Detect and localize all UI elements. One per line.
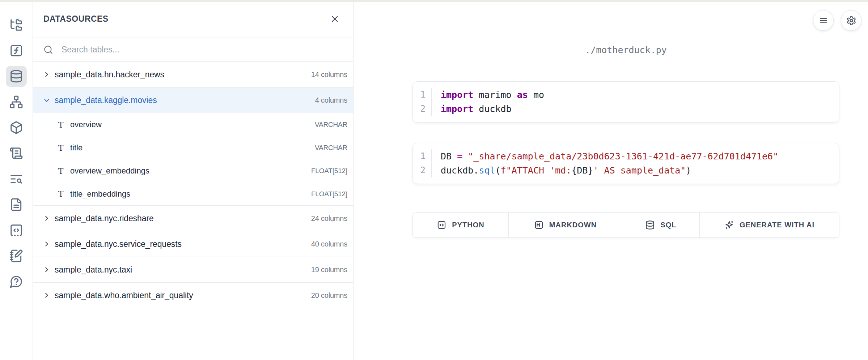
sidebar-item-scroll-logs[interactable] (6, 143, 27, 164)
column-count: 20 columns (311, 291, 347, 300)
add-cell-sql-button[interactable]: SQL (622, 213, 699, 237)
sidebar-item-help-chat[interactable] (6, 271, 27, 292)
snippets-code-icon (9, 223, 23, 237)
sidebar-item-function-square[interactable] (6, 40, 27, 61)
database-icon (645, 220, 655, 230)
code-line: DB = "_share/sample_data/23b0d623-1361-4… (441, 149, 839, 163)
sidebar-item-file-document[interactable] (6, 194, 27, 215)
file-document-icon (9, 198, 23, 211)
close-button[interactable] (329, 13, 341, 25)
add-cell-markdown-button[interactable]: MARKDOWN (508, 213, 622, 237)
chevron-down-icon (43, 97, 51, 104)
column-type-icon: T (56, 120, 65, 129)
file-tree-icon (9, 18, 23, 32)
close-icon (330, 14, 340, 24)
add-cell-bar: PYTHONMARKDOWNSQLGENERATE WITH AI (412, 212, 839, 238)
chevron-right-icon[interactable] (42, 240, 51, 248)
markdown-square-icon (534, 220, 544, 230)
code-cell[interactable]: 12DB = "_share/sample_data/23b0d623-1361… (412, 143, 839, 184)
code-editor: import marimo as moimport duckdb (432, 88, 839, 116)
column-count: 19 columns (311, 266, 347, 274)
top-actions (813, 10, 861, 31)
database-icon (9, 69, 23, 83)
column-type: FLOAT[512] (311, 167, 347, 175)
column-type-icon: T (56, 189, 65, 198)
settings-button[interactable] (841, 10, 861, 31)
table-row[interactable]: sample_data.nyc.rideshare24 columns (33, 206, 353, 231)
table-row[interactable]: sample_data.who.ambient_air_quality20 co… (33, 283, 353, 308)
menu-icon (818, 16, 829, 26)
chevron-right-icon (43, 70, 51, 78)
code-cell[interactable]: 12import marimo as moimport duckdb (412, 81, 839, 123)
column-row[interactable]: Ttitle_embeddingsFLOAT[512] (33, 183, 353, 206)
table-row[interactable]: sample_data.nyc.taxi19 columns (33, 257, 353, 283)
code-square-icon (437, 220, 446, 230)
sidebar-item-package-cube[interactable] (6, 117, 27, 138)
chevron-right-icon[interactable] (42, 214, 51, 223)
search-input[interactable] (61, 44, 343, 55)
notebook-pen-icon (9, 249, 23, 263)
column-type-icon: T (56, 167, 65, 176)
code-line: import marimo as mo (441, 88, 839, 102)
table-name: sample_data.hn.hacker_news (55, 70, 164, 80)
table-row[interactable]: sample_data.hn.hacker_news14 columns (33, 62, 353, 87)
scroll-logs-icon (9, 146, 23, 160)
sidebar-item-file-tree[interactable] (6, 14, 27, 35)
sparkles-icon (724, 220, 734, 230)
column-type: VARCHAR (315, 144, 347, 152)
column-row[interactable]: Toverview_embeddingsFLOAT[512] (33, 159, 353, 183)
notebook-area: ./motherduck.py 12import marimo as moimp… (353, 0, 868, 360)
settings-gear-icon (846, 16, 856, 26)
sidebar-item-notebook-pen[interactable] (6, 245, 27, 266)
column-name: title (70, 143, 82, 153)
table-name: sample_data.kaggle.movies (55, 95, 157, 105)
line-number: 2 (420, 163, 425, 177)
chevron-right-icon (43, 266, 51, 274)
sidebar-item-database[interactable] (6, 66, 27, 87)
add-cell-button-label: PYTHON (452, 221, 484, 229)
chevron-right-icon[interactable] (42, 291, 51, 300)
search-row (33, 38, 353, 62)
line-number: 1 (420, 88, 425, 102)
column-name: overview_embeddings (70, 166, 149, 176)
function-square-icon (9, 44, 23, 57)
line-number-gutter: 12 (413, 149, 432, 177)
column-count: 14 columns (311, 70, 347, 79)
column-type: VARCHAR (315, 121, 347, 129)
chevron-right-icon (43, 214, 51, 222)
table-name: sample_data.nyc.service_requests (55, 239, 182, 249)
add-cell-button-label: GENERATE WITH AI (740, 221, 814, 229)
sidebar-item-snippets-code[interactable] (6, 220, 27, 241)
window-top-edge (0, 0, 868, 2)
line-number: 2 (420, 102, 425, 116)
column-count: 4 columns (315, 96, 347, 104)
sidebar-item-dependency-graph[interactable] (6, 91, 27, 112)
panel-header: DATASOURCES (33, 0, 353, 38)
add-cell-button-label: MARKDOWN (549, 221, 597, 229)
chevron-right-icon[interactable] (42, 70, 51, 79)
add-cell-button-label: SQL (660, 221, 676, 229)
package-cube-icon (9, 121, 23, 134)
column-row[interactable]: ToverviewVARCHAR (33, 113, 353, 136)
add-cell-python-button[interactable]: PYTHON (413, 213, 508, 237)
tables-list: sample_data.hn.hacker_news14 columnssamp… (33, 62, 353, 308)
column-row[interactable]: TtitleVARCHAR (33, 136, 353, 159)
notebook-content: ./motherduck.py 12import marimo as moimp… (412, 0, 839, 360)
chevron-right-icon[interactable] (42, 265, 51, 274)
help-chat-icon (9, 275, 23, 288)
line-number-gutter: 12 (413, 88, 432, 116)
table-row[interactable]: sample_data.nyc.service_requests40 colum… (33, 231, 353, 257)
search-icon (43, 45, 53, 55)
chevron-down-icon[interactable] (42, 96, 51, 105)
notebook-filename[interactable]: ./motherduck.py (412, 45, 839, 55)
add-cell-generate-with-ai-button[interactable]: GENERATE WITH AI (699, 213, 839, 237)
table-row[interactable]: sample_data.kaggle.movies4 columns (33, 87, 353, 113)
menu-button[interactable] (813, 10, 834, 31)
column-count: 40 columns (311, 240, 347, 248)
dependency-graph-icon (9, 95, 23, 109)
table-name: sample_data.nyc.rideshare (55, 214, 154, 223)
code-line: duckdb.sql(f"ATTACH 'md:{DB}' AS sample_… (441, 163, 839, 177)
sidebar-item-text-search[interactable] (6, 168, 27, 189)
column-name: title_embeddings (70, 189, 130, 199)
table-name: sample_data.who.ambient_air_quality (55, 291, 193, 300)
